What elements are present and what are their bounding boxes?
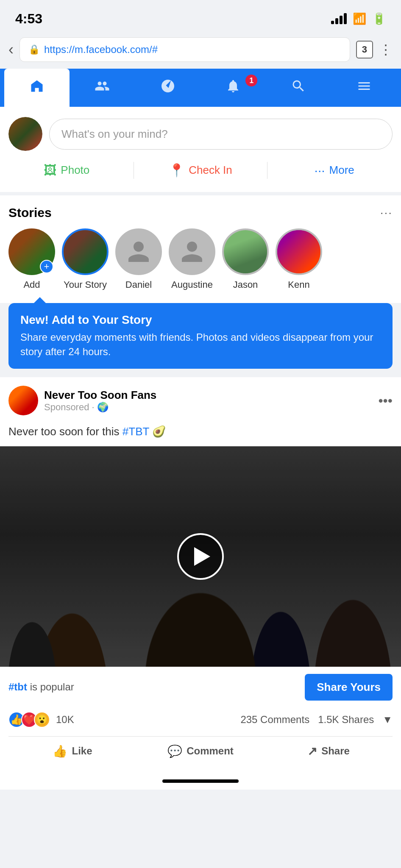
home-indicator	[0, 773, 401, 790]
user-avatar-image	[8, 117, 42, 151]
augustine-image	[169, 228, 215, 275]
wifi-icon: 📶	[353, 12, 366, 25]
checkin-button[interactable]: 📍 Check In	[134, 157, 267, 184]
story-label-daniel: Daniel	[125, 279, 152, 290]
share-icon: ↗	[307, 744, 317, 758]
story-item-add[interactable]: + Add	[8, 228, 55, 290]
reaction-left: 👍 ❤️ 😮 10K	[8, 712, 74, 728]
augustine-avatar	[169, 228, 215, 275]
more-dots-icon: ···	[315, 163, 325, 178]
post-text: Never too soon for this #TBT 🥑	[0, 424, 401, 446]
play-icon	[194, 547, 210, 566]
battery-icon: 🔋	[372, 12, 386, 25]
kenn-avatar	[276, 228, 322, 275]
story-item-augustine[interactable]: Augustine	[169, 228, 215, 290]
post-user-name: Never Too Soon Fans	[44, 389, 372, 402]
tooltip-title: New! Add to Your Story	[20, 313, 381, 327]
stories-header: Stories ···	[8, 206, 393, 220]
add-story-avatar: +	[8, 228, 55, 275]
post-user-avatar	[8, 386, 38, 415]
kenn-image	[276, 228, 322, 275]
tbt-row: #tbt is popular Share Yours	[8, 674, 393, 701]
like-label: Like	[72, 745, 92, 757]
stories-more-button[interactable]: ···	[380, 206, 393, 220]
post-meta: Sponsored · 🌍	[44, 402, 372, 413]
story-label-kenn: Kenn	[288, 279, 309, 290]
status-icons: 📶 🔋	[331, 12, 386, 25]
tbt-popular-text: #tbt is popular	[8, 681, 74, 693]
tbt-tag[interactable]: #tbt	[8, 681, 27, 693]
lock-icon: 🔒	[28, 44, 40, 55]
url-text: https://m.facebook.com/#	[44, 44, 158, 56]
post-header: Never Too Soon Fans Sponsored · 🌍 •••	[0, 377, 401, 424]
tooltip-body: Share everyday moments with friends. Pho…	[20, 330, 381, 359]
back-button[interactable]: ‹	[8, 41, 14, 58]
post-hashtag[interactable]: #TBT	[123, 425, 149, 438]
wow-reaction: 😮	[34, 712, 50, 728]
photo-button[interactable]: 🖼 Photo	[0, 157, 134, 184]
home-bar	[162, 779, 239, 783]
post-options-button[interactable]: •••	[378, 393, 393, 409]
share-label: Share	[321, 745, 350, 757]
nav-friends[interactable]	[70, 69, 135, 107]
photo-label: Photo	[61, 164, 89, 177]
post-bottom: #tbt is popular Share Yours 👍 ❤️ 😮 10K 2…	[0, 667, 401, 773]
comments-count[interactable]: 235 Comments	[240, 714, 309, 726]
reaction-right: 235 Comments 1.5K Shares ▼	[240, 714, 393, 726]
browser-more-button[interactable]: ⋮	[379, 42, 393, 58]
post-emoji: 🥑	[152, 425, 166, 438]
menu-icon	[356, 78, 372, 97]
your-story-avatar	[62, 228, 109, 275]
browser-bar: ‹ 🔒 https://m.facebook.com/# 3 ⋮	[0, 34, 401, 69]
expand-icon[interactable]: ▼	[382, 714, 393, 726]
post-reactions: 👍 ❤️ 😮 10K 235 Comments 1.5K Shares ▼	[8, 707, 393, 732]
signal-icon	[331, 13, 347, 24]
post-action-row: 👍 Like 💬 Comment ↗ Share	[8, 736, 393, 766]
daniel-avatar	[115, 228, 162, 275]
search-icon	[291, 78, 306, 97]
comment-button[interactable]: 💬 Comment	[136, 737, 265, 766]
reaction-emojis: 👍 ❤️ 😮	[8, 712, 50, 728]
video-thumbnail[interactable]	[0, 446, 401, 667]
story-item-jason[interactable]: Jason	[222, 228, 269, 290]
more-label: More	[329, 164, 354, 177]
notification-badge: 1	[245, 75, 257, 86]
play-button[interactable]	[177, 533, 224, 580]
more-button[interactable]: ··· More	[267, 157, 401, 184]
stories-list: + Add Your Story Daniel	[8, 228, 393, 295]
share-button[interactable]: ↗ Share	[265, 737, 393, 766]
story-item-kenn[interactable]: Kenn	[276, 228, 322, 290]
daniel-image	[115, 228, 162, 275]
jason-image	[222, 228, 269, 275]
story-item-daniel[interactable]: Daniel	[115, 228, 162, 290]
share-yours-button[interactable]: Share Yours	[305, 674, 393, 701]
nav-menu[interactable]	[331, 69, 397, 107]
story-label-jason: Jason	[233, 279, 258, 290]
avatar	[8, 117, 42, 151]
like-icon: 👍	[53, 744, 67, 758]
stories-title: Stories	[8, 206, 52, 220]
nav-home[interactable]	[4, 69, 70, 107]
checkin-label: Check In	[189, 164, 232, 177]
story-label-add: Add	[23, 279, 40, 290]
stories-section: Stories ··· + Add Your Story	[0, 195, 401, 303]
comment-icon: 💬	[167, 744, 182, 758]
nav-notifications[interactable]: 1	[200, 69, 266, 107]
story-label-your-story: Your Story	[64, 279, 107, 290]
friends-icon	[95, 78, 110, 97]
reaction-count: 10K	[56, 714, 74, 726]
post-text-content: Never too soon for this	[8, 425, 123, 438]
story-item-your-story[interactable]: Your Story	[62, 228, 109, 290]
url-bar[interactable]: 🔒 https://m.facebook.com/#	[19, 37, 350, 62]
tbt-popular-label: is popular	[30, 681, 74, 693]
status-bar: 4:53 📶 🔋	[0, 0, 401, 34]
shares-count[interactable]: 1.5K Shares	[318, 714, 374, 726]
nav-search[interactable]	[266, 69, 331, 107]
your-story-image	[62, 228, 109, 275]
whats-on-mind-input[interactable]: What's on your mind?	[49, 119, 393, 150]
post-actions-bar: 🖼 Photo 📍 Check In ··· More	[0, 151, 401, 195]
jason-avatar	[222, 228, 269, 275]
nav-messenger[interactable]	[135, 69, 200, 107]
like-button[interactable]: 👍 Like	[8, 737, 136, 766]
tab-count[interactable]: 3	[356, 41, 373, 58]
